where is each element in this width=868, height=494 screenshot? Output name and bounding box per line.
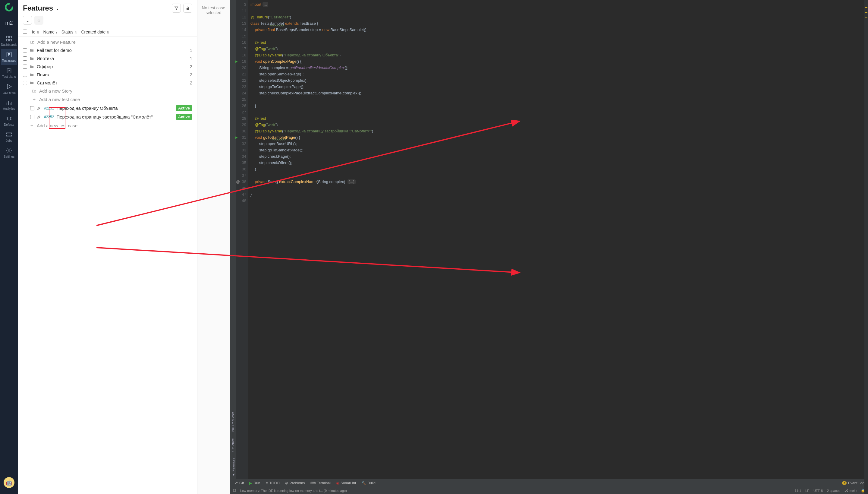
- app-logo[interactable]: [4, 2, 15, 13]
- testcase-id: #2251: [44, 106, 54, 110]
- tab-pull-requests[interactable]: Pull Requests: [231, 412, 235, 432]
- plus-icon: ＋: [29, 123, 34, 129]
- testcase-title: Переход на страниу Объекта: [56, 106, 118, 111]
- feature-row[interactable]: Fail test for demo1: [23, 46, 192, 54]
- add-testcase-bottom[interactable]: ＋ Add a new test case: [23, 121, 192, 130]
- folder-icon: [29, 48, 34, 53]
- tab-terminal[interactable]: ⌨Terminal: [311, 481, 331, 485]
- svg-rect-1: [7, 36, 8, 38]
- folder-icon: [29, 80, 34, 85]
- tab-event-log[interactable]: 7Event Log: [842, 481, 864, 485]
- wrench-icon: [37, 115, 42, 119]
- status-line-sep[interactable]: LF: [805, 489, 809, 493]
- tab-todo[interactable]: ≡TODO: [265, 481, 279, 485]
- status-indent[interactable]: 2 spaces: [827, 489, 840, 493]
- svg-rect-2: [9, 36, 12, 38]
- feature-tree: Add a new Feature Fail test for demo1Ипо…: [18, 37, 197, 136]
- svg-marker-24: [175, 7, 178, 10]
- wrench-icon: [37, 106, 42, 110]
- no-selection-text: No test case selected: [197, 5, 230, 15]
- feature-count: 2: [190, 80, 192, 86]
- filter-button[interactable]: [172, 4, 181, 13]
- editor-code[interactable]: import ... @Feature("Сатмолёт")class Tes…: [248, 0, 868, 479]
- chevron-down-icon[interactable]: ⌄: [56, 5, 59, 11]
- nav-testplans[interactable]: Test plans: [1, 65, 17, 81]
- editor-gutter: 31112131415161718▶1920212223242526272829…: [236, 0, 248, 479]
- tab-run[interactable]: ▶Run: [249, 481, 260, 485]
- nav-jobs[interactable]: Jobs: [1, 129, 17, 145]
- nav-defects[interactable]: Defects: [1, 113, 17, 129]
- ide-status-bar: ☐ Low memory: The IDE is running low on …: [230, 487, 868, 494]
- row-checkbox[interactable]: [23, 73, 27, 77]
- svg-point-0: [6, 4, 13, 11]
- nav-analytics[interactable]: Analytics: [1, 97, 17, 113]
- plus-icon: ＋: [32, 96, 37, 102]
- features-panel: Features ⌄ ⌄ ☆ Id ⇅ Name ▴ Status ⇅ Crea…: [18, 0, 197, 494]
- lock-button[interactable]: [183, 4, 192, 13]
- feature-row[interactable]: Оффер2: [23, 62, 192, 71]
- select-all-checkbox[interactable]: [23, 30, 27, 34]
- tab-git[interactable]: ⎇Git: [234, 481, 244, 485]
- folder-icon: [29, 56, 34, 61]
- folder-plus-icon: [32, 89, 37, 93]
- columns-header: Id ⇅ Name ▴ Status ⇅ Created date ⇅: [18, 28, 197, 37]
- star-button[interactable]: ☆: [34, 16, 43, 25]
- tab-sonarlint[interactable]: ◉SonarLint: [336, 481, 356, 485]
- feature-name: Поиск: [37, 72, 50, 77]
- add-story-row[interactable]: Add a new Story: [23, 87, 192, 95]
- tab-problems[interactable]: ⊘Problems: [285, 481, 305, 485]
- svg-point-15: [7, 117, 11, 120]
- testcase-row[interactable]: #2252Переход на страницу застройщика "Са…: [23, 113, 192, 121]
- status-branch[interactable]: ⎇ main: [845, 489, 856, 493]
- feature-name: Оффер: [37, 64, 53, 69]
- tab-favorites[interactable]: ★ Favorites: [231, 458, 235, 476]
- row-checkbox[interactable]: [30, 115, 34, 119]
- status-message: Low memory: The IDE is running low on me…: [240, 489, 347, 493]
- tab-build[interactable]: 🔨Build: [361, 481, 376, 485]
- expand-all-button[interactable]: ⌄: [23, 16, 32, 25]
- ide-bottom-tool-tabs: ⎇Git ▶Run ≡TODO ⊘Problems ⌨Terminal ◉Son…: [230, 479, 868, 487]
- editor-error-stripe: [864, 0, 868, 479]
- feature-name: Fail test for demo: [37, 48, 72, 53]
- add-feature-row[interactable]: Add a new Feature: [23, 38, 192, 46]
- feature-count: 2: [190, 72, 192, 77]
- nav-settings[interactable]: Settings: [1, 145, 17, 161]
- feature-name: Ипотека: [37, 56, 54, 61]
- row-checkbox[interactable]: [30, 106, 34, 110]
- user-avatar[interactable]: 🤖: [4, 477, 15, 488]
- feature-row[interactable]: Поиск2: [23, 71, 192, 79]
- testcase-row[interactable]: #2251Переход на страниу ОбъектаActive: [23, 104, 192, 113]
- col-created[interactable]: Created date ⇅: [81, 30, 109, 35]
- status-encoding[interactable]: UTF-8: [813, 489, 823, 493]
- nav-testcases[interactable]: Test cases: [1, 49, 17, 65]
- nav-dashboards[interactable]: Dashboards: [1, 33, 17, 49]
- nav-rail: m2 DashboardsTest casesTest plansLaunche…: [0, 0, 18, 494]
- row-checkbox[interactable]: [23, 56, 27, 61]
- panel-title: Features: [23, 4, 53, 12]
- add-testcase-row[interactable]: ＋ Add a new test case: [23, 95, 192, 104]
- status-badge: Active: [176, 105, 192, 111]
- feature-count: 2: [190, 64, 192, 69]
- col-status[interactable]: Status ⇅: [61, 30, 77, 35]
- no-selection-panel: No test case selected: [197, 0, 230, 494]
- testcase-title: Переход на страницу застройщика "Самолёт…: [56, 114, 153, 119]
- nav-launches[interactable]: Launches: [1, 81, 17, 97]
- row-checkbox[interactable]: [23, 81, 27, 85]
- status-badge: Active: [176, 114, 192, 120]
- folder-plus-icon: [30, 40, 35, 44]
- svg-marker-10: [7, 84, 11, 89]
- folder-icon: [29, 72, 34, 77]
- feature-name: Сатмолёт: [37, 80, 57, 86]
- feature-row[interactable]: Сатмолёт2: [23, 79, 192, 87]
- svg-rect-25: [186, 8, 189, 10]
- row-checkbox[interactable]: [23, 64, 27, 69]
- folder-icon: [29, 64, 34, 69]
- row-checkbox[interactable]: [23, 48, 27, 53]
- feature-count: 1: [190, 48, 192, 53]
- project-name[interactable]: m2: [5, 20, 13, 26]
- tab-structure[interactable]: Structure: [231, 438, 235, 452]
- col-id[interactable]: Id ⇅: [32, 30, 39, 35]
- feature-row[interactable]: Ипотека1: [23, 54, 192, 62]
- status-caret[interactable]: 11:1: [795, 489, 801, 493]
- col-name[interactable]: Name ▴: [43, 30, 57, 35]
